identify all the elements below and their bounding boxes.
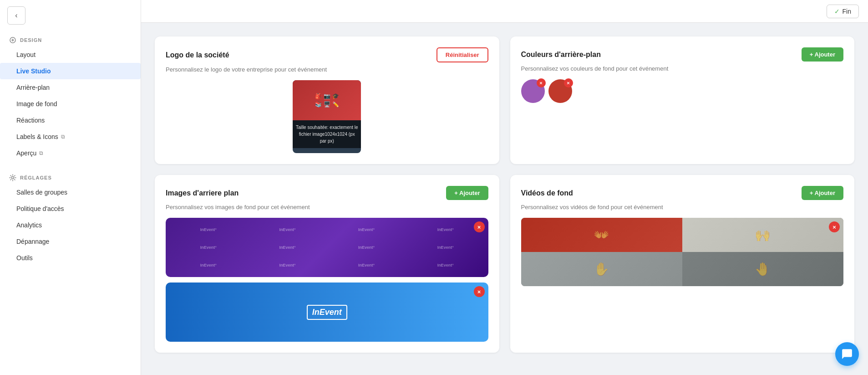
sidebar-item-image-de-fond[interactable]: Image de fond: [0, 96, 141, 112]
sidebar-item-politique-acces[interactable]: Politique d'accès: [0, 200, 141, 217]
chat-icon: [841, 348, 853, 360]
sidebar-item-apercu[interactable]: Aperçu ⧉: [0, 145, 141, 161]
design-section-icon: [9, 36, 16, 44]
back-button[interactable]: ‹: [7, 6, 25, 25]
external-link-icon: ⧉: [61, 134, 65, 140]
inevent-item-9: InEvent°: [200, 263, 217, 267]
inevent-logo-blue: InEvent: [307, 305, 347, 320]
logo-icon-1: 🎒: [315, 93, 322, 99]
bg-videos-desc: Personnalisez vos vidéos de fond pour ce…: [521, 204, 844, 211]
background-colors-card: Couleurs d'arrière-plan + Ajouter Person…: [510, 36, 855, 164]
bg-videos-title: Vidéos de fond: [521, 189, 573, 197]
inevent-item-8: InEvent°: [437, 245, 454, 250]
reset-button[interactable]: Réinitialiser: [437, 47, 488, 62]
sidebar-item-layout[interactable]: Layout: [0, 46, 141, 63]
video-cell-2: 🙌: [682, 218, 843, 252]
logo-icon-5: 🖥️: [324, 101, 330, 108]
logo-card: Logo de la société Réinitialiser Personn…: [155, 36, 499, 164]
fin-check-icon: ✓: [834, 8, 840, 15]
cards-grid: Logo de la société Réinitialiser Personn…: [155, 36, 854, 353]
bg-images-container: × InEvent° InEvent° InEvent° InEvent° In…: [166, 218, 488, 342]
inevent-item-10: InEvent°: [279, 263, 295, 267]
sidebar-item-reactions[interactable]: Réactions: [0, 112, 141, 128]
design-section-label: DESIGN: [0, 31, 141, 46]
logo-icon-6: ✏️: [332, 101, 339, 108]
add-color-button[interactable]: + Ajouter: [802, 47, 843, 62]
external-link-icon-2: ⧉: [39, 150, 43, 156]
video-cell-1: 👐: [521, 218, 682, 252]
sidebar-item-outils[interactable]: Outils: [0, 250, 141, 266]
bg-colors-header: Couleurs d'arrière-plan + Ajouter: [521, 47, 844, 62]
logo-icons-row-2: 📚 🖥️ ✏️: [315, 101, 339, 108]
bg-images-title: Images d'arriere plan: [166, 189, 239, 197]
logo-icon-4: 📚: [315, 101, 322, 108]
inevent-item-5: InEvent°: [200, 245, 217, 250]
inevent-item-6: InEvent°: [279, 245, 295, 250]
logo-card-title: Logo de la société: [166, 51, 229, 59]
logo-bottom-overlay: Taille souhaitée: exactement le fichier …: [293, 120, 361, 148]
inevent-item-2: InEvent°: [279, 227, 295, 232]
inevent-item-12: InEvent°: [437, 263, 454, 267]
bg-image-2: × InEvent: [166, 283, 488, 342]
inevent-grid-1: InEvent° InEvent° InEvent° InEvent° InEv…: [166, 218, 488, 277]
topbar: ✓ Fin: [141, 0, 868, 23]
main-wrapper: ✓ Fin Logo de la société Réinitialiser P…: [141, 0, 868, 375]
remove-video-button[interactable]: ×: [829, 221, 840, 232]
logo-icon-3: 🎓: [332, 93, 339, 99]
logo-icon-2: 📷: [324, 93, 330, 99]
background-videos-card: Vidéos de fond + Ajouter Personnalisez v…: [510, 175, 855, 353]
logo-top-area: 🎒 📷 🎓 📚 🖥️ ✏️: [293, 80, 361, 120]
video-cell-4: 🤚: [682, 252, 843, 286]
main-content: Logo de la société Réinitialiser Personn…: [141, 23, 868, 375]
color-swatches: × ×: [521, 79, 844, 103]
sidebar-item-depannage[interactable]: Dépannage: [0, 233, 141, 250]
bg-images-desc: Personnalisez vos images de fond pour ce…: [166, 204, 488, 211]
background-images-card: Images d'arriere plan + Ajouter Personna…: [155, 175, 499, 353]
logo-card-desc: Personnalisez le logo de votre entrepris…: [166, 66, 488, 73]
sidebar-item-labels-icons[interactable]: Labels & Icons ⧉: [0, 128, 141, 145]
inevent-item-11: InEvent°: [358, 263, 375, 267]
sidebar-item-salles-groupes[interactable]: Salles de groupes: [0, 184, 141, 200]
sidebar-item-arriere-plan[interactable]: Arrière-plan: [0, 79, 141, 96]
remove-bg-image-1-button[interactable]: ×: [474, 221, 485, 232]
settings-section-icon: [9, 174, 16, 181]
bg-colors-title: Couleurs d'arrière-plan: [521, 51, 601, 59]
remove-color-2-button[interactable]: ×: [564, 78, 573, 87]
remove-color-1-button[interactable]: ×: [537, 78, 546, 87]
logo-icons-row: 🎒 📷 🎓: [315, 93, 339, 99]
video-container: × 👐 🙌 ✋: [521, 218, 844, 286]
inevent-item-1: InEvent°: [200, 227, 217, 232]
chat-button[interactable]: [835, 342, 859, 366]
sidebar-item-live-studio[interactable]: Live Studio: [0, 63, 141, 79]
svg-point-1: [12, 177, 14, 179]
video-grid: 👐 🙌 ✋ 🤚: [521, 218, 844, 286]
inevent-item-3: InEvent°: [358, 227, 375, 232]
video-cell-3: ✋: [521, 252, 682, 286]
settings-section-label: RÉGLAGES: [0, 169, 141, 184]
inevent-item-4: InEvent°: [437, 227, 454, 232]
color-swatch-2[interactable]: ×: [548, 79, 572, 103]
logo-image-box[interactable]: 🎒 📷 🎓 📚 🖥️ ✏️ Taille souhaitée: [293, 80, 361, 153]
bg-videos-header: Vidéos de fond + Ajouter: [521, 186, 844, 200]
bg-colors-desc: Personnalisez vos couleurs de fond pour …: [521, 65, 844, 72]
sidebar-item-analytics[interactable]: Analytics: [0, 217, 141, 233]
add-video-button[interactable]: + Ajouter: [802, 186, 843, 200]
logo-image-hint: Taille souhaitée: exactement le fichier …: [295, 124, 358, 144]
fin-button[interactable]: ✓ Fin: [827, 5, 859, 18]
bg-images-header: Images d'arriere plan + Ajouter: [166, 186, 488, 200]
logo-image-container: 🎒 📷 🎓 📚 🖥️ ✏️ Taille souhaitée: [166, 80, 488, 153]
add-image-button[interactable]: + Ajouter: [446, 186, 488, 200]
logo-card-header: Logo de la société Réinitialiser: [166, 47, 488, 62]
back-arrow-icon: ‹: [15, 11, 17, 20]
color-swatch-1[interactable]: ×: [521, 79, 545, 103]
bg-image-1: × InEvent° InEvent° InEvent° InEvent° In…: [166, 218, 488, 277]
sidebar: ‹ DESIGN Layout Live Studio Arrière-plan…: [0, 0, 141, 375]
remove-bg-image-2-button[interactable]: ×: [474, 286, 485, 297]
inevent-item-7: InEvent°: [358, 245, 375, 250]
